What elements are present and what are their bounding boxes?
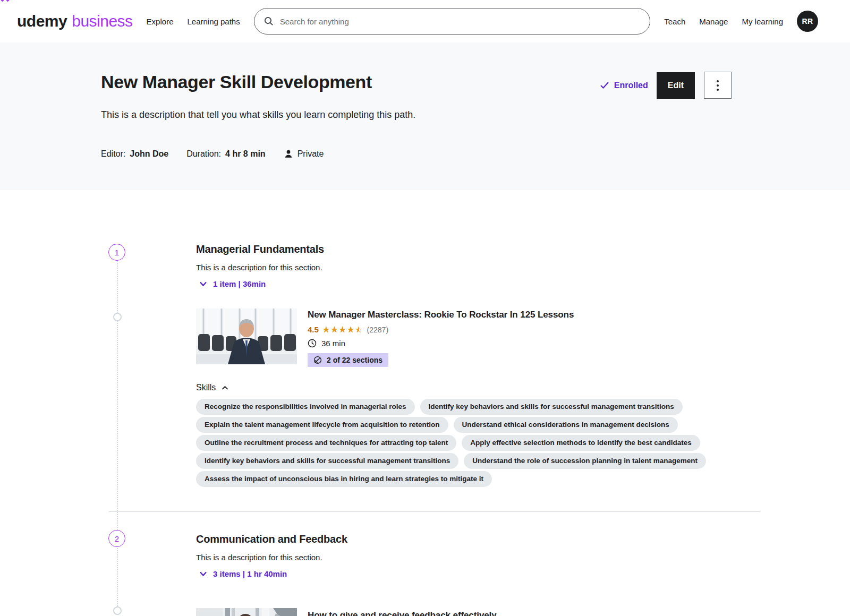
visibility-meta: Private <box>284 149 324 159</box>
section-title: Communication and Feedback <box>196 533 760 545</box>
logo-udemy-text: udemy <box>17 12 67 30</box>
kebab-icon <box>717 80 719 82</box>
skill-pill: Explain the talent management lifecycle … <box>196 417 448 433</box>
skill-pill: Understand ethical considerations in man… <box>454 417 678 433</box>
course-duration: 36 min <box>308 339 574 348</box>
skill-pill: Identify key behaviors and skills for su… <box>196 453 458 469</box>
section-communication-feedback: Communication and Feedback This is a des… <box>196 512 760 616</box>
review-count: (2287) <box>367 326 388 334</box>
skill-pill: Apply effective selection methods to ide… <box>462 435 700 451</box>
section-description: This is a description for this section. <box>196 553 760 562</box>
timeline-item-dot <box>113 313 122 321</box>
course-rating: 4.5 ☆☆☆☆☆ ★★★★★ (2287) <box>308 325 574 334</box>
course-details: How to give and receive feedback effecti… <box>308 608 497 616</box>
checkmark-icon <box>600 81 609 89</box>
section-items-toggle[interactable]: 1 item | 36min <box>196 279 266 288</box>
logo-business-text: business <box>72 12 132 30</box>
search-input[interactable] <box>280 17 641 26</box>
rating-value: 4.5 <box>308 325 319 334</box>
items-summary: 3 items | 1 hr 40min <box>213 569 287 578</box>
nav-link-explore[interactable]: Explore <box>147 17 174 26</box>
path-meta: Editor: John Doe Duration: 4 hr 8 min Pr… <box>101 149 732 159</box>
progress-circle-icon <box>313 356 322 364</box>
course-thumbnail <box>196 608 297 616</box>
nav-link-manage[interactable]: Manage <box>699 17 728 26</box>
section-managerial-fundamentals: Managerial Fundamentals This is a descri… <box>196 190 760 487</box>
skill-pill: Understand the role of succession planni… <box>464 453 706 469</box>
duration-text: 36 min <box>321 339 345 348</box>
skills-pills: Recognize the responsibilities involved … <box>196 399 760 487</box>
nav-link-teach[interactable]: Teach <box>664 17 685 26</box>
skill-pill: Recognize the responsibilities involved … <box>196 399 415 415</box>
duration-value: 4 hr 8 min <box>225 149 266 159</box>
person-icon <box>284 149 293 159</box>
course-thumbnail <box>196 309 297 364</box>
top-nav: udemy business Explore Learning paths Te… <box>0 0 850 42</box>
skill-pill: Assess the impact of unconscious bias in… <box>196 471 492 487</box>
chevron-up-icon <box>222 386 228 390</box>
search-icon[interactable] <box>264 16 274 26</box>
course-card[interactable]: How to give and receive feedback effecti… <box>196 608 760 616</box>
editor-name: John Doe <box>130 149 168 159</box>
clock-icon <box>308 339 317 348</box>
progress-badge: 2 of 22 sections <box>308 353 388 367</box>
path-description: This is a description that tell you what… <box>101 109 732 121</box>
section-1-number: 1 <box>108 244 125 261</box>
timeline-item-dot <box>113 606 122 615</box>
skill-pill: Identify key behaviors and skills for su… <box>420 399 683 415</box>
chevron-down-icon <box>199 571 207 577</box>
skills-label: Skills <box>196 383 216 392</box>
section-description: This is a description for this section. <box>196 263 760 272</box>
course-details: New Manager Masterclass: Rookie To Rocks… <box>308 309 574 367</box>
skill-pill: Outline the recruitment process and tech… <box>196 435 456 451</box>
user-avatar[interactable]: RR <box>797 11 818 32</box>
items-summary: 1 item | 36min <box>213 279 266 288</box>
section-title: Managerial Fundamentals <box>196 243 760 255</box>
visibility-label: Private <box>298 149 324 159</box>
search-bar[interactable] <box>254 8 650 35</box>
skills-block: Skills Recognize the responsibilities in… <box>196 383 760 487</box>
path-content: 1 2 Managerial Fundamentals This is a de… <box>0 190 850 616</box>
course-card[interactable]: New Manager Masterclass: Rookie To Rocks… <box>196 309 760 367</box>
progress-text: 2 of 22 sections <box>327 356 382 364</box>
enrolled-status: Enrolled <box>600 81 648 90</box>
path-header: New Manager Skill Development Enrolled E… <box>0 42 850 190</box>
course-title[interactable]: New Manager Masterclass: Rookie To Rocks… <box>308 310 574 320</box>
course-title[interactable]: How to give and receive feedback effecti… <box>308 610 497 616</box>
star-rating-icon: ☆☆☆☆☆ ★★★★★ <box>322 326 363 334</box>
enrolled-label: Enrolled <box>614 81 648 90</box>
skills-toggle[interactable]: Skills <box>196 383 228 392</box>
udemy-business-logo[interactable]: udemy business <box>17 12 133 30</box>
page-title: New Manager Skill Development <box>101 72 372 92</box>
section-items-toggle[interactable]: 3 items | 1 hr 40min <box>196 569 287 578</box>
nav-link-learning-paths[interactable]: Learning paths <box>187 17 240 26</box>
editor-meta: Editor: John Doe <box>101 149 168 159</box>
avatar-initials: RR <box>802 17 813 25</box>
logo-caret-icon <box>1 0 10 2</box>
header-actions: Enrolled Edit <box>600 72 732 99</box>
duration-meta: Duration: 4 hr 8 min <box>186 149 266 159</box>
edit-button[interactable]: Edit <box>657 72 695 99</box>
chevron-down-icon <box>199 281 207 287</box>
more-options-button[interactable] <box>704 72 732 99</box>
nav-link-my-learning[interactable]: My learning <box>742 17 783 26</box>
section-2-number: 2 <box>108 530 125 547</box>
